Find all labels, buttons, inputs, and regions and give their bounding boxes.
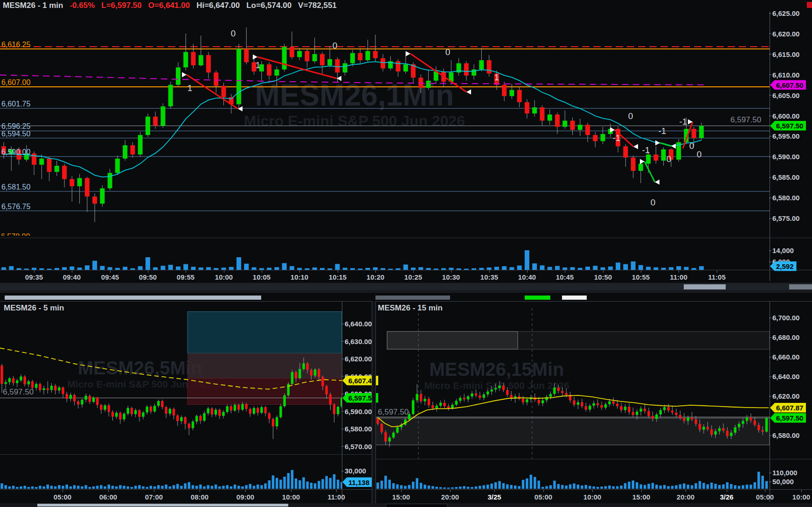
left-panel-scrollbar-thumb[interactable] [5, 296, 261, 300]
top-scrollbar-button[interactable] [789, 284, 812, 289]
candle-body [384, 432, 387, 442]
candle-body [601, 134, 605, 141]
candle-body [475, 394, 478, 395]
volume-bar [84, 485, 87, 489]
candle-body [699, 424, 701, 430]
volume-bar [403, 265, 408, 270]
inplot-price-label: 6,597.50 [378, 408, 409, 416]
volume-bar [333, 474, 336, 489]
volume-bar [134, 486, 137, 489]
top-time-axis-line [0, 270, 812, 270]
chart-canvas[interactable]: 101001-10-10-10-1006,597.506,616.256,607… [0, 0, 812, 507]
candle-body [245, 404, 248, 409]
volume-bar [757, 472, 760, 489]
y-axis-label: 6,680.00 [772, 333, 799, 341]
volume-bar [16, 487, 19, 489]
volume-bar [631, 261, 636, 270]
volume-bar [490, 484, 493, 489]
candle-body [236, 49, 241, 105]
left-bottom-scrollbar-thumb[interactable] [37, 504, 288, 507]
swing-marker: 1 [256, 60, 261, 70]
time-axis-label: 11:05 [708, 273, 726, 281]
swing-marker: -1 [680, 117, 687, 127]
volume-bar [718, 485, 721, 489]
level-line-label: 6,594.50 [1, 130, 30, 138]
candle-body [268, 413, 271, 419]
candle-body [707, 427, 709, 429]
candle-body [16, 380, 19, 383]
y-axis-label: 6,660.00 [772, 353, 799, 361]
zone-box [187, 312, 342, 353]
candle-body [675, 413, 678, 415]
volume-pane-1min [1, 250, 704, 270]
swing-marker: 1 [494, 72, 500, 82]
time-tick [765, 490, 765, 492]
top-chart-scrollbar[interactable] [0, 283, 812, 291]
candle-body [746, 417, 749, 421]
right-panel-scrollbar-thumb[interactable] [375, 296, 450, 300]
volume-bar [608, 486, 611, 489]
time-axis-label: 10:00 [583, 493, 601, 501]
time-axis-label: 15:00 [392, 493, 410, 501]
candle-body [84, 396, 87, 400]
candle-body [659, 410, 662, 414]
time-tick [401, 490, 402, 492]
candle-body [549, 394, 552, 397]
candle-body [282, 47, 287, 69]
top-scrollbar-thumb[interactable] [684, 284, 726, 289]
candle-body [692, 129, 696, 138]
candle-body [691, 417, 694, 419]
time-axis-label: 09:00 [236, 493, 254, 501]
candle-body [525, 102, 529, 113]
volume-bar [191, 267, 196, 270]
header-last: L=6,597.50 [101, 1, 142, 10]
candle-body [537, 400, 540, 403]
panel-vertical-divider[interactable] [372, 301, 376, 507]
candle-body [738, 424, 741, 427]
volume-bar [459, 486, 462, 489]
volume-bar [276, 478, 278, 489]
volume-bar [746, 485, 749, 489]
candle-body [302, 363, 305, 369]
volume-bar [644, 485, 646, 489]
volume-bar [710, 483, 713, 489]
candle-body [506, 390, 509, 395]
scrollbar-marker-green[interactable] [525, 296, 550, 300]
time-axis-label: 10:50 [594, 273, 612, 281]
panel-title-5min: MESM26 - 5 min [4, 303, 64, 313]
volume-bar [754, 482, 756, 489]
volume-bar [412, 482, 415, 489]
volume-bar [532, 263, 537, 270]
candle-body [381, 424, 383, 432]
volume-bar [272, 475, 275, 489]
inplot-price-label: 6,597.50 [3, 387, 34, 396]
time-tick [592, 490, 593, 492]
candle-body [290, 47, 294, 57]
volume-bar [127, 486, 130, 489]
candle-body [161, 401, 164, 407]
volume-bar [65, 485, 68, 489]
volume-bar [714, 484, 717, 489]
candle-body [337, 407, 340, 414]
scrollbar-marker-white[interactable] [562, 296, 587, 300]
volume-bar [4, 485, 7, 489]
candle-body [722, 428, 725, 430]
candle-body [761, 430, 764, 432]
candle-body [472, 70, 476, 76]
time-tick [336, 490, 337, 492]
candle-body [350, 53, 355, 63]
time-axis-label: 11:00 [670, 273, 687, 281]
candle-body [73, 395, 76, 401]
volume-bar [726, 482, 729, 489]
panel-title-15min: MESM26 - 15 min [378, 303, 443, 313]
right-axis-separator [770, 302, 770, 502]
right-bottom-scrollbar-thumb[interactable] [386, 504, 447, 507]
volume-bar [236, 257, 241, 270]
candle-body [215, 410, 217, 415]
header-symbol: MESM26 - 1 min [3, 1, 63, 10]
candle-body [726, 431, 729, 437]
volume-bar [573, 484, 576, 489]
candle-body [628, 407, 631, 412]
candle-body [267, 64, 271, 76]
price-pane-15min: 6,597.50 [375, 308, 770, 489]
